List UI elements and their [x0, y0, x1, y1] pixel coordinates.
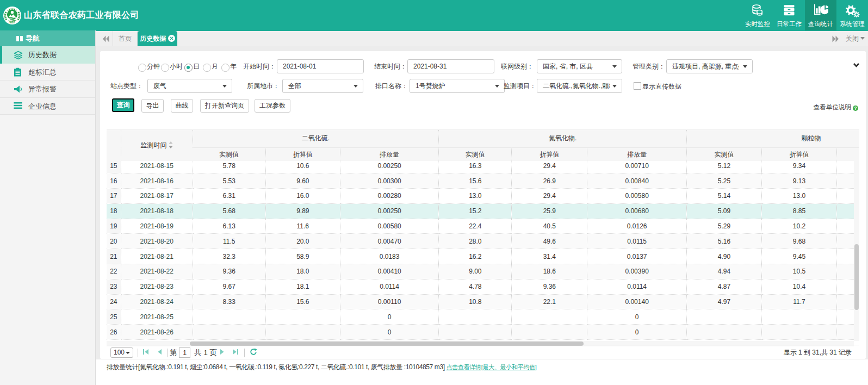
svg-text:MEE: MEE — [10, 21, 15, 24]
